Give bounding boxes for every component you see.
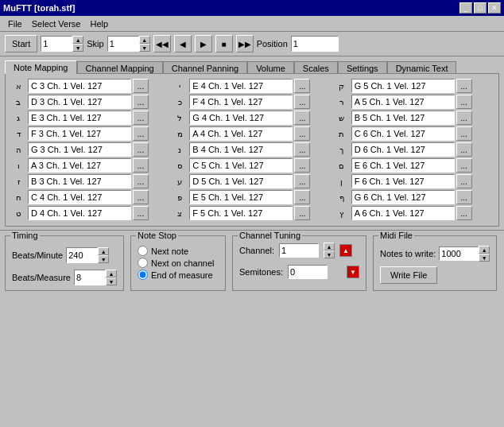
skip-down-btn[interactable]: ▼ bbox=[139, 44, 150, 52]
note-edit-button[interactable]: ... bbox=[456, 111, 472, 125]
bpm-up-btn[interactable]: ▲ bbox=[98, 247, 109, 255]
stop-button[interactable]: ■ bbox=[215, 35, 233, 52]
note-value-input[interactable] bbox=[28, 206, 131, 220]
close-button[interactable]: ✕ bbox=[488, 2, 501, 14]
start-input[interactable] bbox=[41, 36, 72, 52]
position-input[interactable] bbox=[291, 36, 339, 52]
notes-input[interactable] bbox=[439, 246, 479, 261]
note-edit-button[interactable]: ... bbox=[133, 126, 149, 141]
note-value-input[interactable] bbox=[351, 126, 455, 141]
note-edit-button[interactable]: ... bbox=[294, 142, 310, 157]
skip-input[interactable] bbox=[107, 36, 139, 52]
note-edit-button[interactable]: ... bbox=[294, 206, 310, 220]
bpm-down-btn[interactable]: ▼ bbox=[98, 255, 109, 263]
note-value-input[interactable] bbox=[351, 111, 455, 125]
menu-select-verse[interactable]: Select Verse bbox=[27, 17, 86, 30]
note-value-input[interactable] bbox=[28, 95, 131, 109]
note-value-input[interactable] bbox=[189, 142, 293, 157]
bm-up-btn[interactable]: ▲ bbox=[106, 270, 117, 278]
note-edit-button[interactable]: ... bbox=[294, 79, 310, 93]
note-edit-button[interactable]: ... bbox=[456, 206, 472, 220]
note-value-input[interactable] bbox=[189, 206, 293, 220]
bpm-label: Beats/Minute bbox=[12, 250, 63, 260]
note-row: מ... bbox=[172, 126, 331, 141]
note-value-input[interactable] bbox=[189, 174, 293, 188]
radio-end-measure-input[interactable] bbox=[138, 270, 148, 280]
note-edit-button[interactable]: ... bbox=[133, 111, 149, 125]
note-value-input[interactable] bbox=[189, 126, 293, 141]
note-edit-button[interactable]: ... bbox=[133, 158, 149, 173]
note-edit-button[interactable]: ... bbox=[456, 126, 472, 141]
note-edit-button[interactable]: ... bbox=[294, 111, 310, 125]
note-value-input[interactable] bbox=[28, 111, 131, 125]
skip-fwd-button[interactable]: ▶▶ bbox=[236, 35, 254, 52]
note-value-input[interactable] bbox=[28, 79, 131, 93]
note-edit-button[interactable]: ... bbox=[456, 79, 472, 93]
note-row: ג... bbox=[10, 111, 170, 125]
note-edit-button[interactable]: ... bbox=[133, 79, 149, 93]
tabs-container: Note Mapping Channel Mapping Channel Pan… bbox=[5, 60, 499, 227]
channel-up-btn[interactable]: ▲ bbox=[324, 243, 335, 250]
note-edit-button[interactable]: ... bbox=[456, 174, 472, 188]
note-value-input[interactable] bbox=[351, 142, 455, 157]
note-edit-button[interactable]: ... bbox=[294, 190, 310, 204]
notes-up-btn[interactable]: ▲ bbox=[479, 246, 490, 254]
start-button[interactable]: Start bbox=[5, 35, 37, 52]
tab-note-mapping[interactable]: Note Mapping bbox=[5, 60, 77, 74]
note-symbol: ץ bbox=[334, 206, 350, 220]
menu-help[interactable]: Help bbox=[86, 17, 114, 30]
note-value-input[interactable] bbox=[189, 79, 293, 93]
bm-down-btn[interactable]: ▼ bbox=[106, 278, 117, 285]
note-value-input[interactable] bbox=[351, 95, 455, 109]
note-edit-button[interactable]: ... bbox=[294, 158, 310, 173]
note-value-input[interactable] bbox=[28, 142, 131, 157]
note-value-input[interactable] bbox=[351, 79, 455, 93]
note-value-input[interactable] bbox=[28, 126, 131, 141]
note-edit-button[interactable]: ... bbox=[294, 174, 310, 188]
note-value-input[interactable] bbox=[28, 174, 131, 188]
note-edit-button[interactable]: ... bbox=[133, 206, 149, 220]
note-value-input[interactable] bbox=[28, 190, 131, 204]
note-value-input[interactable] bbox=[28, 158, 131, 173]
note-edit-button[interactable]: ... bbox=[133, 174, 149, 188]
semitones-red-down[interactable]: ▼ bbox=[347, 266, 359, 278]
bm-input[interactable] bbox=[74, 270, 106, 285]
channel-value-input[interactable] bbox=[279, 243, 319, 258]
note-edit-button[interactable]: ... bbox=[133, 142, 149, 157]
start-up-btn[interactable]: ▲ bbox=[72, 36, 83, 44]
note-value-input[interactable] bbox=[351, 190, 455, 204]
bpm-input[interactable] bbox=[66, 247, 98, 263]
note-edit-button[interactable]: ... bbox=[133, 95, 149, 109]
semitones-input[interactable] bbox=[288, 265, 328, 279]
maximize-button[interactable]: □ bbox=[474, 2, 487, 14]
minimize-button[interactable]: _ bbox=[459, 2, 472, 14]
menu-file[interactable]: File bbox=[3, 17, 27, 30]
note-value-input[interactable] bbox=[351, 174, 455, 188]
radio-next-note-input[interactable] bbox=[138, 246, 148, 256]
note-value-input[interactable] bbox=[189, 158, 293, 173]
write-file-button[interactable]: Write File bbox=[380, 266, 437, 284]
note-value-input[interactable] bbox=[189, 111, 293, 125]
note-value-input[interactable] bbox=[351, 158, 455, 173]
skip-up-btn[interactable]: ▲ bbox=[139, 36, 150, 44]
note-edit-button[interactable]: ... bbox=[294, 95, 310, 109]
radio-next-channel: Next on channel bbox=[138, 258, 219, 268]
note-edit-button[interactable]: ... bbox=[456, 95, 472, 109]
notes-down-btn[interactable]: ▼ bbox=[479, 254, 490, 262]
note-edit-button[interactable]: ... bbox=[294, 126, 310, 141]
note-edit-button[interactable]: ... bbox=[456, 142, 472, 157]
bm-spinner: ▲ ▼ bbox=[74, 270, 117, 285]
radio-next-channel-input[interactable] bbox=[138, 258, 148, 268]
note-edit-button[interactable]: ... bbox=[456, 190, 472, 204]
note-value-input[interactable] bbox=[189, 95, 293, 109]
note-value-input[interactable] bbox=[351, 206, 455, 220]
note-value-input[interactable] bbox=[189, 190, 293, 204]
channel-red-up[interactable]: ▲ bbox=[339, 244, 352, 257]
play-button[interactable]: ▶ bbox=[195, 35, 212, 52]
skip-back-button[interactable]: ◀◀ bbox=[153, 35, 171, 52]
channel-down-btn[interactable]: ▼ bbox=[324, 250, 335, 258]
note-edit-button[interactable]: ... bbox=[456, 158, 472, 173]
note-edit-button[interactable]: ... bbox=[133, 190, 149, 204]
prev-button[interactable]: ◀ bbox=[174, 35, 192, 52]
start-down-btn[interactable]: ▼ bbox=[72, 44, 83, 52]
